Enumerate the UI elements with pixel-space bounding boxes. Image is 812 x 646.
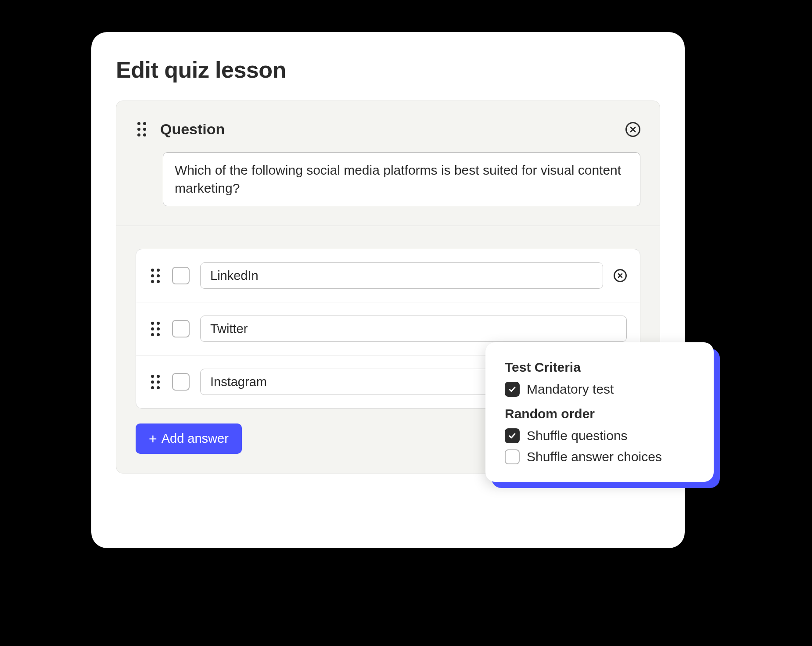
criteria-section-title: Test Criteria (505, 360, 694, 375)
check-icon (508, 432, 516, 440)
close-question-button[interactable] (625, 122, 640, 137)
mandatory-test-label: Mandatory test (527, 382, 614, 397)
answer-correct-checkbox[interactable] (172, 267, 190, 284)
plus-icon: + (149, 432, 157, 446)
question-text-input[interactable] (163, 152, 640, 206)
answer-text-input[interactable] (200, 316, 627, 342)
answer-row (136, 249, 640, 302)
add-answer-button[interactable]: + Add answer (136, 423, 242, 454)
page-title: Edit quiz lesson (116, 57, 685, 83)
mandatory-test-checkbox[interactable] (505, 382, 520, 397)
drag-handle-icon[interactable] (149, 373, 162, 391)
answer-correct-checkbox[interactable] (172, 373, 190, 391)
question-label: Question (160, 121, 225, 138)
close-icon (630, 126, 636, 133)
criteria-row-mandatory: Mandatory test (505, 382, 694, 397)
close-icon (618, 273, 623, 278)
question-header-row: Question (136, 120, 640, 138)
drag-handle-icon[interactable] (136, 120, 148, 138)
test-criteria-popover: Test Criteria Mandatory test Random orde… (485, 342, 714, 482)
remove-answer-button[interactable] (614, 269, 627, 282)
criteria-row-shuffle-questions: Shuffle questions (505, 428, 694, 443)
answer-correct-checkbox[interactable] (172, 320, 190, 337)
question-header: Question (116, 101, 660, 226)
answer-text-input[interactable] (200, 262, 603, 289)
criteria-row-shuffle-answers: Shuffle answer choices (505, 449, 694, 464)
shuffle-questions-checkbox[interactable] (505, 428, 520, 443)
shuffle-answers-checkbox[interactable] (505, 449, 520, 464)
drag-handle-icon[interactable] (149, 320, 162, 338)
drag-handle-icon[interactable] (149, 267, 162, 285)
shuffle-questions-label: Shuffle questions (527, 428, 628, 443)
criteria-section-title: Random order (505, 406, 694, 421)
check-icon (508, 385, 516, 393)
shuffle-answers-label: Shuffle answer choices (527, 449, 662, 464)
add-answer-label: Add answer (162, 431, 229, 446)
